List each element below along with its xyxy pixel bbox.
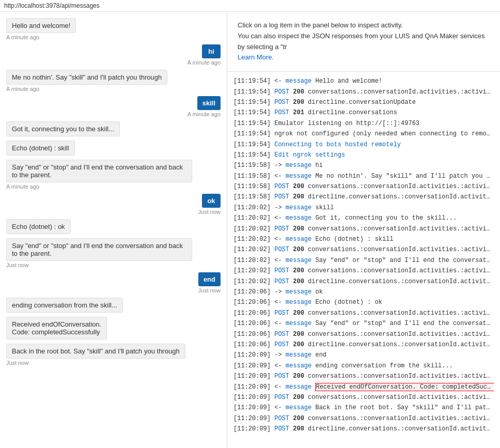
log-post-link[interactable]: POST 200 bbox=[274, 267, 304, 274]
log-entry[interactable]: [11:20:09] <- message Back in the root b… bbox=[233, 403, 494, 413]
log-post-link[interactable]: POST 200 bbox=[274, 278, 304, 285]
log-post-link[interactable]: POST 200 bbox=[274, 88, 304, 96]
log-entry[interactable]: [11:19:54] <- message Hello and welcome! bbox=[233, 76, 494, 86]
log-entry[interactable]: [11:19:58] POST 200 conversations.:conve… bbox=[233, 181, 494, 192]
log-entry[interactable]: [11:20:06] POST 200 conversations.:conve… bbox=[233, 308, 494, 318]
log-post-link[interactable]: POST 200 bbox=[274, 193, 304, 200]
edit-ngrok-link[interactable]: Edit ngrok settings bbox=[274, 151, 345, 159]
log-message-link[interactable]: message bbox=[286, 404, 311, 411]
log-post-link[interactable]: POST 200 bbox=[274, 425, 304, 432]
log-message-link[interactable]: message bbox=[286, 162, 311, 169]
bot-bubble: Echo (dotnet) : ok bbox=[6, 219, 71, 234]
log-entry[interactable]: [11:20:02] POST 200 conversations.:conve… bbox=[233, 244, 494, 255]
log-entry[interactable]: [11:20:06] POST 200 conversations.:conve… bbox=[233, 329, 494, 339]
log-entry[interactable]: [11:19:54] POST 200 conversations.:conve… bbox=[233, 87, 494, 97]
timestamp: A minute ago bbox=[187, 59, 221, 66]
log-message-link[interactable]: message bbox=[286, 320, 311, 327]
log-panel: Click on a log item in the panel below t… bbox=[227, 12, 500, 448]
log-post-link[interactable]: POST 200 bbox=[274, 310, 304, 317]
log-post-link[interactable]: POST 200 bbox=[274, 373, 304, 380]
log-message-link[interactable]: message bbox=[286, 288, 311, 296]
user-bubble: end bbox=[198, 272, 221, 286]
log-entry[interactable]: [11:19:58] <- message Me no nothin'. Say… bbox=[233, 171, 494, 181]
log-entry[interactable]: [11:20:09] <- message Received endOfConv… bbox=[233, 382, 494, 392]
log-message-link[interactable]: message bbox=[286, 351, 311, 359]
chat-message: ending conversation from the skill... bbox=[6, 298, 221, 313]
timestamp: Just now bbox=[198, 209, 221, 215]
log-post-link[interactable]: POST 200 bbox=[274, 341, 304, 348]
log-entry[interactable]: [11:19:54] ngrok not configured (only ne… bbox=[233, 129, 494, 139]
chat-message: hiA minute ago bbox=[6, 44, 221, 66]
bot-bubble: Say "end" or "stop" and I'll end the con… bbox=[6, 160, 192, 182]
log-entry[interactable]: [11:20:06] <- message Echo (dotnet) : ok bbox=[233, 297, 494, 307]
log-post-link[interactable]: POST 200 bbox=[274, 394, 304, 401]
log-message-link[interactable]: message bbox=[286, 299, 311, 306]
log-message-link[interactable]: message bbox=[286, 173, 311, 180]
log-entry[interactable]: [11:19:54] POST 201 directline.conversat… bbox=[233, 107, 494, 118]
log-entry[interactable]: [11:20:09] POST 200 conversations.:conve… bbox=[233, 413, 494, 424]
log-entry[interactable]: [11:20:09] -> message end bbox=[233, 350, 494, 360]
chat-message: Hello and welcome!A minute ago bbox=[6, 18, 221, 40]
connecting-link[interactable]: Connecting to bots hosted remotely bbox=[274, 141, 401, 148]
log-message-link[interactable]: message bbox=[286, 236, 311, 243]
log-entry[interactable]: [11:19:54] Emulator listening on http://… bbox=[233, 118, 494, 129]
chat-panel: Hello and welcome!A minute agohiA minute… bbox=[0, 12, 227, 448]
log-entry[interactable]: [11:20:06] -> message ok bbox=[233, 287, 494, 297]
url-bar: http://localhost:3978/api/messages bbox=[0, 0, 500, 12]
chat-message: endJust now bbox=[6, 272, 221, 293]
bot-bubble: ending conversation from the skill... bbox=[6, 298, 123, 313]
log-message-link[interactable]: message bbox=[286, 257, 311, 264]
timestamp: A minute ago bbox=[187, 111, 221, 117]
log-entry[interactable]: [11:20:02] <- message Say "end" or "stop… bbox=[233, 255, 494, 266]
bot-bubble: Hello and welcome! bbox=[6, 18, 76, 33]
log-entry[interactable]: [11:20:02] -> message skill bbox=[233, 203, 494, 213]
log-entry[interactable]: [11:19:58] -> message hi bbox=[233, 160, 494, 171]
bot-bubble: Echo (dotnet) : skill bbox=[6, 141, 75, 156]
learn-more-link[interactable]: Learn More. bbox=[238, 53, 274, 61]
log-entry[interactable]: [11:20:09] POST 200 conversations.:conve… bbox=[233, 392, 494, 403]
info-line2: You can also inspect the JSON responses … bbox=[238, 31, 490, 53]
log-post-link[interactable]: POST 200 bbox=[274, 225, 304, 233]
log-entry[interactable]: [11:19:54] Edit ngrok settings bbox=[233, 150, 494, 160]
log-post-link[interactable]: POST 200 bbox=[274, 246, 304, 253]
timestamp: Just now bbox=[6, 262, 28, 268]
main-content: Hello and welcome!A minute agohiA minute… bbox=[0, 12, 500, 448]
log-message-link[interactable]: message bbox=[286, 383, 311, 391]
log-section[interactable]: [11:19:54] <- message Hello and welcome!… bbox=[227, 72, 500, 448]
log-message-link[interactable]: message bbox=[286, 78, 311, 85]
log-entry[interactable]: [11:19:54] Connecting to bots hosted rem… bbox=[233, 140, 494, 150]
url-text: http://localhost:3978/api/messages bbox=[4, 2, 100, 9]
chat-message: Received endOfConversation. Code: comple… bbox=[6, 317, 221, 339]
highlighted-text: Received endOfConversation. Code: comple… bbox=[315, 383, 494, 391]
log-post-link[interactable]: POST 200 bbox=[274, 415, 304, 422]
chat-message: Me no nothin'. Say "skill" and I'll patc… bbox=[6, 70, 221, 92]
chat-message: Say "end" or "stop" and I'll end the con… bbox=[6, 238, 221, 268]
log-message-link[interactable]: message bbox=[286, 204, 311, 211]
log-post-link[interactable]: POST 200 bbox=[274, 331, 304, 338]
log-entry[interactable]: [11:20:06] <- message Say "end" or "stop… bbox=[233, 318, 494, 329]
log-message-link[interactable]: message bbox=[286, 362, 311, 369]
timestamp: A minute ago bbox=[6, 86, 39, 92]
bot-bubble: Got it, connecting you to the skill... bbox=[6, 121, 120, 136]
timestamp: Just now bbox=[6, 360, 28, 366]
log-entry[interactable]: [11:19:54] POST 200 directline.conversat… bbox=[233, 97, 494, 107]
info-line2-text: You can also inspect the JSON responses … bbox=[238, 32, 485, 51]
log-entry[interactable]: [11:20:09] <- message ending conversatio… bbox=[233, 361, 494, 371]
log-entry[interactable]: [11:20:02] POST 200 directline.conversat… bbox=[233, 276, 494, 287]
user-bubble: skill bbox=[197, 96, 221, 110]
log-message-link[interactable]: message bbox=[286, 214, 311, 222]
log-entry[interactable]: [11:20:02] POST 200 conversations.:conve… bbox=[233, 224, 494, 234]
log-post-link[interactable]: POST 200 bbox=[274, 99, 304, 106]
log-entry[interactable]: [11:20:02] POST 200 conversations.:conve… bbox=[233, 266, 494, 276]
log-entry[interactable]: [11:20:02] <- message Got it, connecting… bbox=[233, 213, 494, 223]
log-entry[interactable]: [11:20:09] POST 200 directline.conversat… bbox=[233, 424, 494, 434]
log-entry[interactable]: [11:20:09] POST 200 conversations.:conve… bbox=[233, 371, 494, 381]
log-entry[interactable]: [11:20:02] <- message Echo (dotnet) : sk… bbox=[233, 234, 494, 244]
log-entry[interactable]: [11:20:06] POST 200 directline.conversat… bbox=[233, 339, 494, 350]
bot-bubble: Received endOfConversation. Code: comple… bbox=[6, 317, 107, 339]
log-post-link[interactable]: POST 201 bbox=[274, 109, 304, 116]
bot-bubble: Say "end" or "stop" and I'll end the con… bbox=[6, 238, 192, 261]
timestamp: A minute ago bbox=[6, 34, 39, 40]
log-entry[interactable]: [11:19:58] POST 200 directline.conversat… bbox=[233, 192, 494, 202]
log-post-link[interactable]: POST 200 bbox=[274, 183, 304, 190]
